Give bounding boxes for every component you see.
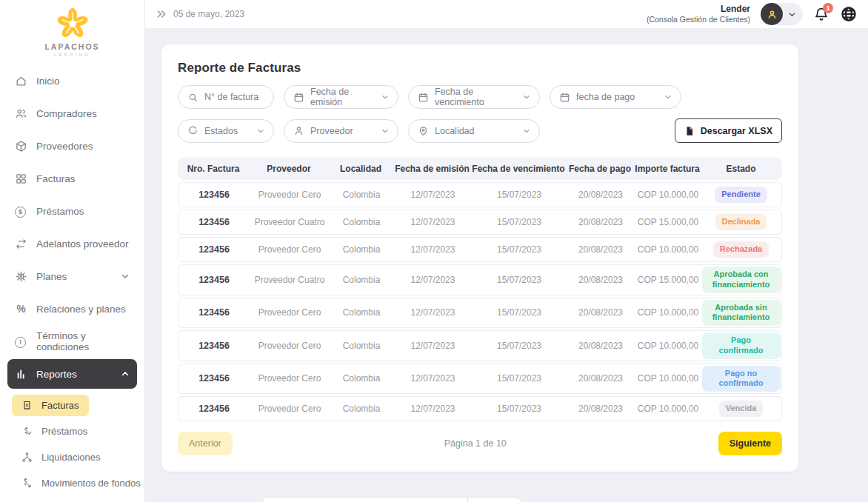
column-estado: Estado [700, 164, 782, 174]
cell-nro-factura: 123456 [178, 373, 250, 384]
sidebar-item-adelantos-proveedor[interactable]: Adelantos proveedor [7, 229, 137, 258]
filter-proveedor[interactable]: Proveedor [284, 119, 398, 143]
filter-fecha-de-emision[interactable]: Fecha de emisión [284, 85, 398, 109]
cell-fecha-emision: 12/07/2023 [393, 190, 473, 200]
status-badge: Declinada [715, 214, 767, 230]
download-label: Descargar XLSX [701, 126, 772, 136]
next-page-button[interactable]: Siguiente [718, 432, 782, 455]
filter-label: N° de factura [204, 92, 258, 102]
table-row[interactable]: 123456 Proveedor Cuatro Colombia 12/07/2… [178, 264, 782, 295]
table-body: 123456 Proveedor Cero Colombia 12/07/202… [178, 182, 782, 421]
previous-page-button[interactable]: Anterior [178, 432, 233, 455]
table-row[interactable]: 123456 Proveedor Cero Colombia 12/07/202… [178, 364, 782, 395]
table-row[interactable]: 123456 Proveedor Cero Colombia 12/07/202… [178, 330, 782, 361]
sidebar-subitem-label: Liquidaciones [41, 452, 101, 463]
cell-localidad: Colombia [330, 341, 393, 351]
sidebar-subitem-facturas[interactable]: Facturas [12, 395, 89, 416]
download-xlsx-button[interactable]: Descargar XLSX [675, 118, 782, 143]
transfer-arrows-icon [15, 238, 27, 250]
brand-logo: LAPACHOS LENDING [0, 0, 144, 57]
status-badge: Pago confirmado [702, 332, 781, 359]
column-importe-factura: Importe factura [635, 164, 700, 174]
page-info: Página 1 de 10 [233, 438, 718, 449]
status-circle-icon [187, 125, 198, 136]
chevron-down-icon [121, 272, 130, 281]
filter-label: Proveedor [310, 126, 353, 136]
gear-icon [15, 270, 27, 283]
notifications-button[interactable]: 1 [813, 6, 829, 22]
bottom-sheet-divider [467, 498, 468, 502]
home-icon [15, 75, 27, 87]
cell-importe-factura: COP 10.000,00 [635, 244, 701, 255]
sidebar-subitem-prestamos[interactable]: Préstamos [12, 421, 97, 442]
chevron-down-icon [523, 127, 530, 135]
table-row[interactable]: 123456 Proveedor Cuatro Colombia 12/07/2… [178, 210, 782, 235]
cell-nro-factura: 123456 [178, 307, 250, 318]
cell-fecha-emision: 12/07/2023 [393, 217, 473, 227]
sidebar-item-compradores[interactable]: Compradores [7, 98, 137, 128]
sidebar-item-label: Compradores [36, 108, 97, 119]
cell-nro-factura: 123456 [178, 275, 250, 285]
cell-proveedor: Proveedor Cuatro [250, 275, 330, 285]
filter-estados[interactable]: Estados [178, 119, 274, 143]
filter-n-de-factura[interactable]: N° de factura [178, 85, 274, 109]
status-badge: Aprobada con financiamiento [702, 267, 781, 293]
cell-localidad: Colombia [330, 373, 393, 384]
cell-fecha-pago: 20/08/2023 [566, 307, 635, 318]
calendar-icon [293, 92, 304, 103]
nodes-icon [21, 452, 33, 463]
sidebar-item-planes[interactable]: Planes [7, 261, 137, 291]
sidebar-item-reportes[interactable]: Reportes [7, 359, 137, 389]
dollar-circle-icon: $ [15, 205, 27, 218]
cell-importe-factura: COP 15.000,00 [635, 275, 701, 285]
cell-importe-factura: COP 10.000,00 [635, 341, 701, 351]
double-chevron-right-icon[interactable] [156, 8, 167, 20]
cell-proveedor: Proveedor Cero [250, 341, 330, 351]
sidebar-item-prestamos[interactable]: $Préstamos [7, 196, 137, 226]
brand-name: LAPACHOS [0, 42, 144, 51]
cell-estado: Aprobada sin financiamiento [701, 300, 781, 327]
cell-importe-factura: COP 10.000,00 [635, 190, 701, 200]
cell-fecha-vencimiento: 15/07/2023 [473, 404, 566, 414]
table-row[interactable]: 123456 Proveedor Cero Colombia 12/07/202… [178, 396, 782, 421]
sidebar-subitem-label: Préstamos [41, 426, 87, 437]
status-badge: Aprobada sin financiamiento [702, 300, 781, 327]
filter-fecha-de-vencimiento[interactable]: Fecha de vencimiento [408, 85, 540, 109]
sidebar-item-terminos-y-condiciones[interactable]: !Términos y condiciones [7, 327, 137, 356]
sidebar-subitem-movimientos-de-fondos[interactable]: Movimientos de fondos [12, 472, 150, 494]
user-role: Lender (Consola Gestión de Clientes) [647, 4, 750, 24]
document-icon [684, 126, 695, 136]
cell-fecha-vencimiento: 15/07/2023 [473, 341, 566, 351]
cell-estado: Pago no confirmado [701, 366, 781, 392]
sidebar-item-facturas[interactable]: Facturas [7, 164, 137, 193]
cell-fecha-emision: 12/07/2023 [393, 373, 473, 384]
role-subtitle: (Consola Gestión de Clientes) [647, 15, 750, 24]
filter-label: fecha de pago [576, 92, 635, 102]
sidebar-item-relaciones-y-planes[interactable]: %Relaciones y planes [7, 294, 137, 324]
filter-fecha-de-pago[interactable]: fecha de pago [550, 85, 681, 109]
status-badge: Rechazada [713, 241, 769, 258]
language-globe-button[interactable] [840, 5, 858, 23]
table-row[interactable]: 123456 Proveedor Cero Colombia 12/07/202… [178, 237, 782, 262]
filter-localidad[interactable]: Localidad [408, 119, 540, 143]
cell-estado: Aprobada con financiamiento [701, 267, 781, 293]
role-name: Lender [647, 4, 750, 15]
sidebar-item-inicio[interactable]: Inicio [7, 66, 137, 96]
cell-proveedor: Proveedor Cero [250, 307, 330, 318]
sidebar-subitem-liquidaciones[interactable]: Liquidaciones [12, 446, 110, 468]
user-menu-button[interactable] [761, 3, 803, 25]
cell-fecha-emision: 12/07/2023 [393, 244, 473, 255]
cell-nro-factura: 123456 [178, 217, 250, 227]
topbar: 05 de mayo, 2023 Lender (Consola Gestión… [145, 0, 868, 28]
sidebar-subitem-aranceles-de-servicios[interactable]: Aranceles de servicios [12, 498, 147, 502]
cell-fecha-vencimiento: 15/07/2023 [473, 217, 566, 227]
sidebar-item-proveedores[interactable]: Proveedores [7, 131, 137, 161]
table-row[interactable]: 123456 Proveedor Cero Colombia 12/07/202… [178, 182, 782, 207]
cell-nro-factura: 123456 [178, 244, 250, 255]
brand-subtitle: LENDING [0, 53, 144, 57]
bottom-sheet-partial [261, 497, 523, 502]
table-row[interactable]: 123456 Proveedor Cero Colombia 12/07/202… [178, 298, 782, 329]
avatar [761, 3, 783, 25]
current-date: 05 de mayo, 2023 [173, 9, 244, 19]
cell-localidad: Colombia [330, 244, 393, 255]
